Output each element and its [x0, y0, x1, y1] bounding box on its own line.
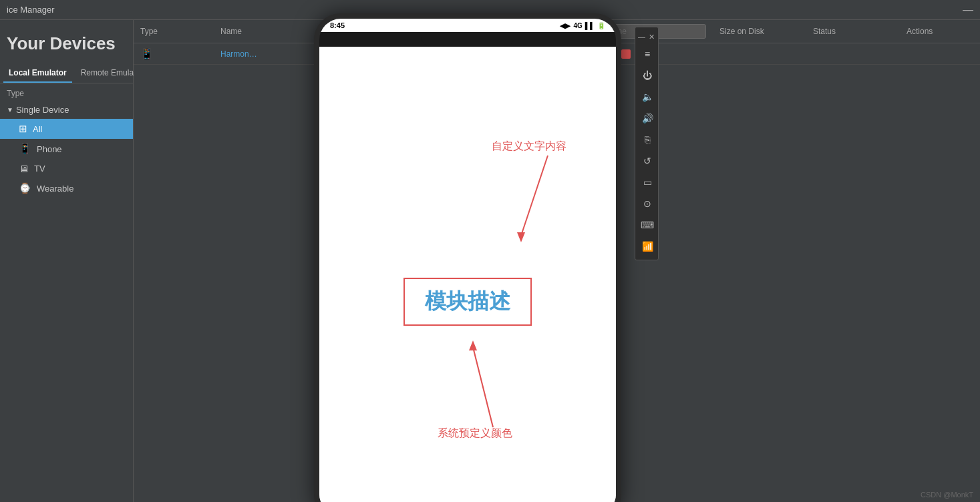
svg-line-2	[473, 347, 493, 427]
type-col-header: Type	[0, 83, 133, 101]
svg-marker-1	[517, 232, 525, 242]
phone-notch	[421, 32, 514, 47]
tab-local-emulator[interactable]: Local Emulator	[3, 64, 72, 83]
tree-single-device[interactable]: ▼ Single Device	[0, 101, 133, 119]
col-size: Size on Disk	[719, 27, 800, 36]
battery-icon: 🔋	[597, 22, 605, 29]
stop-button[interactable]	[621, 49, 631, 59]
watermark: CSDN @MonkT	[921, 491, 973, 499]
arrow-top-svg	[468, 149, 601, 256]
col-actions: Actions	[907, 27, 973, 36]
signal-bars-icon: ▌▌	[585, 22, 595, 29]
minimize-button[interactable]: —	[963, 4, 973, 16]
toolbar-volume-down-button[interactable]: 🔈	[635, 86, 659, 107]
phone-screen: 自定义文字内容 模块描述	[319, 47, 616, 502]
col-status: Status	[813, 27, 893, 36]
single-device-label: Single Device	[16, 105, 69, 115]
phone-status-icons: ◀▶ 4G ▌▌ 🔋	[560, 22, 605, 29]
content-area: Type Name API 🔍 Size on Disk Status Acti…	[134, 20, 980, 502]
toolbar-close-button[interactable]: ✕	[648, 31, 655, 42]
phone-icon: 📱	[19, 143, 31, 155]
sidebar-item-tv-label: TV	[34, 164, 45, 174]
svg-marker-3	[469, 340, 477, 350]
toolbar-battery-button[interactable]: ▭	[635, 172, 659, 193]
device-phone-icon: 📱	[140, 48, 154, 59]
toolbar-power-button[interactable]: ⏻	[635, 65, 659, 86]
sidebar-item-wearable[interactable]: ⌚ Wearable	[0, 178, 133, 198]
sidebar-item-phone[interactable]: 📱 Phone	[0, 139, 133, 159]
tv-icon: 🖥	[19, 163, 29, 174]
chevron-down-icon: ▼	[7, 106, 13, 113]
toolbar-wifi-button[interactable]: 📶	[635, 236, 659, 257]
wearable-icon: ⌚	[19, 182, 31, 194]
sidebar-item-all-label: All	[33, 124, 42, 134]
col-type: Type	[140, 27, 207, 36]
phone-frame: 8:45 ◀▶ 4G ▌▌ 🔋	[314, 13, 621, 502]
phone-status-bar: 8:45 ◀▶ 4G ▌▌ 🔋	[319, 19, 616, 32]
sidebar: Your Devices Local Emulator Remote Emula…	[0, 20, 134, 502]
annotation-box: 模块描述	[403, 278, 532, 326]
toolbar-top-controls: — ✕	[635, 30, 658, 43]
sidebar-item-wearable-label: Wearable	[37, 184, 73, 194]
phone-content: 自定义文字内容 模块描述	[319, 47, 616, 502]
side-toolbar: — ✕ ≡ ⏻ 🔈 🔊 ⎘ ↺ ▭ ⊙ ⌨ 📶	[635, 27, 659, 260]
all-icon: ⊞	[19, 123, 27, 135]
phone-time: 8:45	[330, 21, 345, 29]
app-title: ice Manager	[7, 5, 55, 15]
phone-preview: 8:45 ◀▶ 4G ▌▌ 🔋	[314, 13, 621, 502]
toolbar-keyboard-button[interactable]: ⌨	[635, 214, 659, 236]
main-layout: Your Devices Local Emulator Remote Emula…	[0, 20, 980, 502]
svg-line-0	[521, 156, 548, 236]
toolbar-menu-button[interactable]: ≡	[635, 43, 659, 65]
sidebar-title: Your Devices	[0, 27, 133, 64]
signal-4g-icon: 4G	[573, 22, 582, 29]
arrows-icon: ◀▶	[560, 22, 570, 29]
toolbar-copy-button[interactable]: ⎘	[635, 129, 659, 150]
arrow-bottom-svg	[453, 334, 587, 441]
sidebar-item-tv[interactable]: 🖥 TV	[0, 159, 133, 178]
row-type-icon: 📱	[140, 47, 207, 60]
annotation-box-text: 模块描述	[425, 289, 510, 313]
toolbar-location-button[interactable]: ⊙	[635, 193, 659, 214]
toolbar-volume-up-button[interactable]: 🔊	[635, 107, 659, 129]
toolbar-minimize-button[interactable]: —	[638, 31, 645, 42]
tabs-row: Local Emulator Remote Emulator Remote D…	[0, 64, 133, 83]
sidebar-item-all[interactable]: ⊞ All	[0, 119, 133, 139]
toolbar-rotate-button[interactable]: ↺	[635, 150, 659, 172]
sidebar-item-phone-label: Phone	[37, 144, 62, 154]
